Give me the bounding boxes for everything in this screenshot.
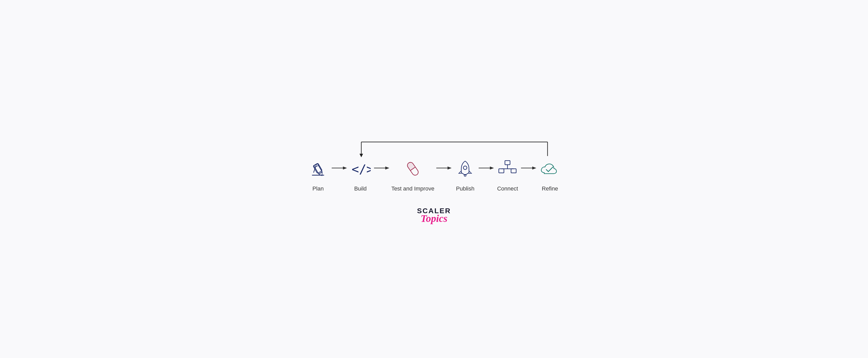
svg-rect-17 <box>406 161 415 171</box>
refine-label: Refine <box>542 185 558 192</box>
svg-marker-11 <box>343 167 347 170</box>
step-build: </> Build <box>349 157 372 192</box>
svg-marker-19 <box>447 167 452 170</box>
svg-marker-3 <box>360 154 363 157</box>
step-test: Test and Improve <box>392 157 435 192</box>
publish-label: Publish <box>456 185 474 192</box>
svg-text:</>: </> <box>351 162 371 176</box>
feedback-arrow-svg <box>319 140 549 157</box>
step-plan: Plan <box>307 157 330 192</box>
arrow-3 <box>436 165 452 184</box>
connect-icon <box>496 157 519 180</box>
arrow-5 <box>521 165 536 184</box>
feedback-arrow-container <box>319 140 549 157</box>
plan-icon <box>307 157 330 180</box>
svg-rect-27 <box>499 169 504 173</box>
scaler-topics-logo: SCALER Topics <box>417 207 451 224</box>
test-label: Test and Improve <box>392 185 435 192</box>
refine-icon <box>538 157 561 180</box>
arrow-4 <box>479 165 494 184</box>
svg-rect-24 <box>505 160 510 165</box>
build-label: Build <box>354 185 367 192</box>
svg-marker-23 <box>490 167 494 170</box>
test-icon <box>401 157 424 180</box>
step-connect: Connect <box>496 157 519 192</box>
plan-label: Plan <box>313 185 324 192</box>
svg-marker-31 <box>532 167 536 170</box>
arrow-2 <box>374 165 389 184</box>
connect-label: Connect <box>497 185 518 192</box>
svg-point-20 <box>463 166 467 170</box>
publish-icon <box>454 157 476 180</box>
flow-row: Plan </> Build <box>307 157 562 192</box>
step-publish: Publish <box>454 157 476 192</box>
main-container: Plan </> Build <box>255 124 613 234</box>
build-icon: </> <box>349 157 372 180</box>
arrow-1 <box>332 165 347 184</box>
logo-topics-text: Topics <box>421 213 447 224</box>
svg-marker-8 <box>319 172 324 176</box>
svg-rect-29 <box>511 169 516 173</box>
svg-marker-14 <box>385 167 389 170</box>
step-refine: Refine <box>538 157 561 192</box>
